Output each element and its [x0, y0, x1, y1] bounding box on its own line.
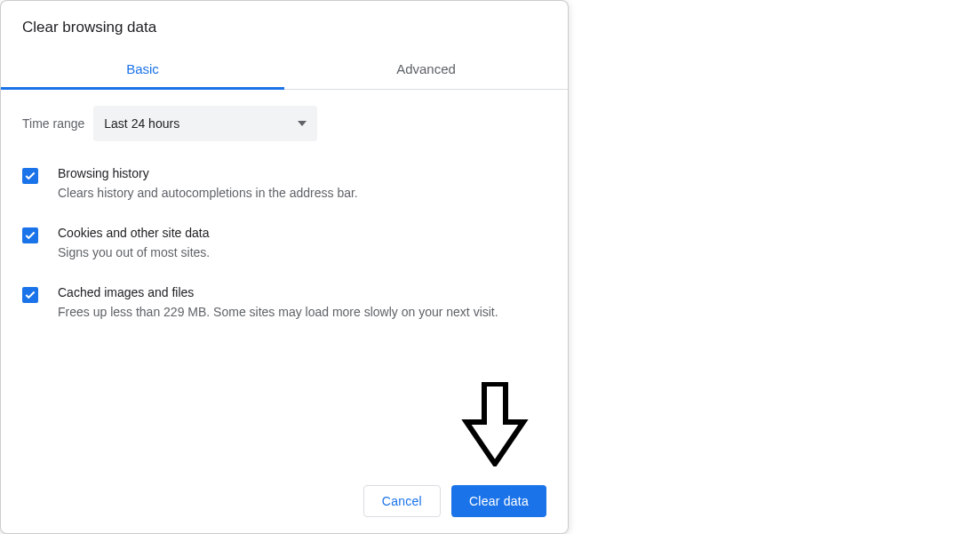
check-icon [24, 229, 36, 242]
option-cache: Cached images and files Frees up less th… [22, 285, 546, 322]
chevron-down-icon [298, 121, 307, 126]
tabs: Basic Advanced [1, 49, 568, 90]
time-range-row: Time range Last 24 hours [22, 106, 546, 141]
checkbox-cookies[interactable] [22, 227, 38, 243]
option-title: Browsing history [58, 166, 546, 180]
option-title: Cookies and other site data [58, 226, 546, 240]
cancel-button[interactable]: Cancel [363, 485, 441, 517]
option-description: Clears history and autocompletions in th… [58, 184, 546, 203]
option-text: Cached images and files Frees up less th… [58, 285, 546, 322]
option-description: Frees up less than 229 MB. Some sites ma… [58, 303, 546, 322]
time-range-select[interactable]: Last 24 hours [93, 106, 317, 141]
dialog-title: Clear browsing data [1, 1, 568, 49]
option-text: Cookies and other site data Signs you ou… [58, 226, 546, 262]
check-icon [24, 170, 36, 182]
tab-basic[interactable]: Basic [1, 49, 284, 89]
clear-data-button[interactable]: Clear data [451, 485, 546, 517]
time-range-value: Last 24 hours [104, 116, 179, 131]
time-range-label: Time range [22, 116, 84, 131]
dialog-content: Time range Last 24 hours Browsing histor… [1, 90, 568, 471]
option-cookies: Cookies and other site data Signs you ou… [22, 226, 546, 262]
dialog-actions: Cancel Clear data [1, 471, 568, 533]
checkbox-browsing-history[interactable] [22, 168, 38, 184]
option-text: Browsing history Clears history and auto… [58, 166, 546, 203]
tab-advanced[interactable]: Advanced [284, 49, 568, 89]
option-description: Signs you out of most sites. [58, 243, 546, 262]
checkbox-cache[interactable] [22, 287, 38, 303]
option-browsing-history: Browsing history Clears history and auto… [22, 166, 546, 203]
clear-browsing-data-dialog: Clear browsing data Basic Advanced Time … [0, 0, 569, 534]
option-title: Cached images and files [58, 285, 546, 299]
check-icon [24, 289, 36, 301]
